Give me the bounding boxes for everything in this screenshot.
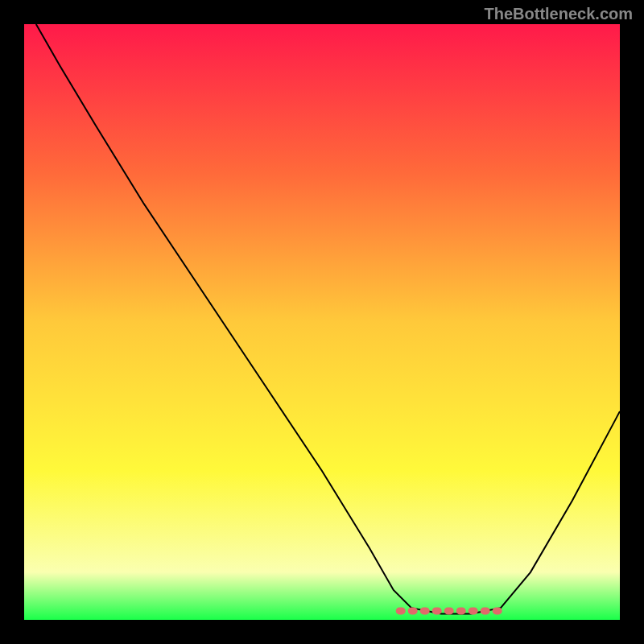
plot-area xyxy=(24,24,620,620)
gradient-background xyxy=(24,24,620,620)
chart-svg xyxy=(24,24,620,620)
watermark-text: TheBottleneck.com xyxy=(485,5,633,23)
chart-container: TheBottleneck.com xyxy=(0,0,644,644)
